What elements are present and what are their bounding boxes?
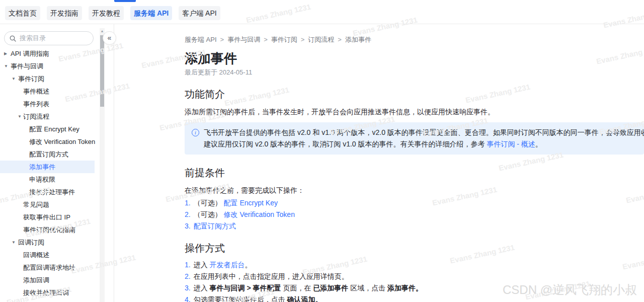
breadcrumb-separator: >: [338, 36, 342, 43]
link-event-subscription-overview[interactable]: 事件订阅 - 概述: [487, 140, 535, 148]
sidebar-item-label: 订阅流程: [23, 113, 49, 120]
sidebar-item[interactable]: 常见问题: [0, 198, 95, 211]
sidebar-item[interactable]: 获取事件出口 IP: [0, 211, 95, 223]
sidebar-item-label: 配置 Encrypt Key: [29, 125, 79, 133]
scroll-up-icon[interactable]: ▲: [100, 29, 105, 33]
inline-link[interactable]: 修改 Verification Token: [224, 210, 295, 218]
breadcrumb-item[interactable]: 服务端 API: [185, 36, 217, 43]
sidebar-item[interactable]: ▼回调订阅: [0, 236, 95, 249]
sidebar-item[interactable]: 接收并处理事件: [0, 186, 95, 198]
top-tab[interactable]: 文档首页: [5, 6, 40, 20]
list-number: 3.: [185, 284, 191, 292]
list-item: 4.勾选需要订阅的事件后，点击 确认添加。: [185, 294, 644, 302]
top-tab[interactable]: 开发教程: [89, 6, 124, 20]
section-heading-steps: 操作方式: [185, 241, 644, 255]
sidebar-item-label: 事件列表: [23, 100, 49, 108]
prerequisites-lead: 在添加事件之前，需要完成以下操作：: [185, 185, 644, 196]
top-nav: 文档首页开发指南开发教程服务端 API客户端 API: [0, 0, 644, 24]
updated-date: 最后更新于 2024-05-11: [185, 68, 644, 77]
section-heading-intro: 功能简介: [185, 87, 644, 101]
search-placeholder: 搜索目录: [20, 34, 46, 43]
text: 。: [245, 261, 252, 269]
sidebar-item[interactable]: ▼事件订阅: [0, 72, 95, 85]
scrollbar-thumb[interactable]: [100, 35, 104, 107]
top-tab-active[interactable]: 服务端 API: [130, 6, 172, 20]
text: 勾选需要订阅的事件后，点击: [194, 295, 287, 302]
search-input[interactable]: 搜索目录: [4, 31, 94, 45]
sidebar-item[interactable]: 修改 Verification Token: [0, 135, 95, 148]
sidebar-item-label: 添加事件: [29, 163, 55, 171]
sidebar-item-label: 事件与回调: [11, 62, 43, 70]
callout-line-2-suffix: 。: [535, 140, 542, 148]
breadcrumb-separator: >: [264, 36, 268, 43]
tree-arrow-down-icon[interactable]: ▼: [18, 110, 22, 123]
text: 区域，点击: [348, 284, 387, 292]
inline-link[interactable]: 配置订阅方式: [194, 222, 236, 230]
breadcrumb-item[interactable]: 事件订阅: [271, 36, 297, 43]
top-tab[interactable]: 开发指南: [47, 6, 82, 20]
tree-arrow-right-icon[interactable]: ▶: [4, 47, 7, 60]
main-content: 服务端 API>事件与回调>事件订阅>订阅流程>添加事件 添加事件 最后更新于 …: [185, 24, 644, 302]
steps-list: 1.进入 开发者后台。2.在应用列表中，点击指定应用，进入应用详情页。3.进入 …: [185, 259, 644, 302]
sidebar-item[interactable]: 配置订阅方式: [0, 148, 95, 161]
sidebar-item-label: 配置回调请求地址: [23, 264, 75, 271]
sidebar-item[interactable]: 事件列表: [0, 98, 95, 110]
sidebar-item-label: 添加回调: [23, 276, 49, 284]
page: 文档首页开发指南开发教程服务端 API客户端 API 搜索目录 ▶API 调用指…: [0, 0, 644, 302]
sidebar-item-label: 接收并处理回调: [23, 289, 69, 296]
tree-arrow-down-icon[interactable]: ▼: [12, 236, 16, 249]
sidebar-item-label: 配置订阅方式: [29, 150, 68, 158]
sidebar-item[interactable]: 接收并处理回调: [0, 286, 95, 299]
collapse-chevrons-icon: «: [108, 34, 112, 42]
list-item: 2.在应用列表中，点击指定应用，进入应用详情页。: [185, 271, 644, 282]
info-icon: i: [192, 129, 199, 136]
list-item: 3.进入 事件与回调 > 事件配置 页面，在 已添加事件 区域，点击 添加事件。: [185, 282, 644, 294]
list-item: 1.（可选） 配置 Encrypt Key: [185, 197, 644, 209]
sidebar-item-label: 获取事件出口 IP: [23, 213, 70, 221]
section-heading-prerequisites: 前提条件: [185, 166, 644, 180]
list-number: 2.: [185, 272, 191, 280]
list-item: 3.配置订阅方式: [185, 220, 644, 232]
text: 在应用列表中，点击指定应用，进入应用详情页。: [194, 272, 349, 280]
sidebar-item[interactable]: 事件订阅优化指南: [0, 223, 95, 236]
sidebar-item-label: 事件订阅: [18, 75, 44, 83]
list-number: 3.: [185, 222, 191, 230]
sidebar-item[interactable]: 配置回调请求地址: [0, 261, 95, 274]
list-number: 2.: [185, 210, 191, 218]
sidebar-item[interactable]: 申请权限: [0, 173, 95, 186]
sidebar-item[interactable]: 回调概述: [0, 249, 95, 261]
sidebar-item-label: 事件订阅优化指南: [23, 226, 75, 234]
text: 进入: [194, 261, 210, 269]
callout-text: 飞书开放平台提供的事件包括 v2.0 和 v1.0 两个版本，v2.0 版本的事…: [204, 127, 644, 150]
sidebar-item[interactable]: 事件概述: [0, 85, 95, 98]
list-item: 1.进入 开发者后台。: [185, 259, 644, 271]
breadcrumb-separator: >: [301, 36, 305, 43]
top-tab[interactable]: 客户端 API: [179, 6, 220, 20]
sidebar-item[interactable]: 配置 Encrypt Key: [0, 123, 95, 135]
breadcrumb-item[interactable]: 事件与回调: [227, 36, 260, 43]
text: （可选）: [194, 210, 224, 218]
callout-line-1: 飞书开放平台提供的事件包括 v2.0 和 v1.0 两个版本，v2.0 版本的事…: [204, 127, 644, 138]
intro-paragraph: 添加所需订阅的事件后，当事件发生时，开放平台会向应用推送事件信息，以便应用快速响…: [185, 106, 644, 117]
breadcrumb-item[interactable]: 订阅流程: [308, 36, 334, 43]
page-title: 添加事件: [185, 50, 644, 66]
sidebar-scrollbar[interactable]: ▲: [100, 28, 105, 302]
text: （可选）: [194, 199, 224, 207]
bold-text: 添加事件。: [387, 284, 423, 292]
sidebar-item-label: 修改 Verification Token: [29, 138, 95, 145]
breadcrumb-separator: >: [220, 36, 224, 43]
bold-text: 事件与回调 > 事件配置: [210, 284, 281, 292]
sidebar-item-selected[interactable]: 添加事件: [0, 161, 95, 173]
collapse-sidebar-button[interactable]: «: [103, 31, 116, 45]
sidebar-item[interactable]: ▼订阅流程: [0, 110, 95, 123]
sidebar: 搜索目录 ▶API 调用指南▼事件与回调▼事件订阅事件概述事件列表▼订阅流程配置…: [0, 24, 105, 302]
sidebar-item[interactable]: 添加回调: [0, 274, 95, 286]
tree-arrow-down-icon[interactable]: ▼: [4, 60, 8, 72]
list-item: 2.（可选） 修改 Verification Token: [185, 209, 644, 220]
inline-link[interactable]: 开发者后台: [210, 261, 245, 269]
inline-link[interactable]: 配置 Encrypt Key: [224, 199, 278, 207]
sidebar-item[interactable]: ▶API 调用指南: [0, 47, 95, 60]
tree-arrow-down-icon[interactable]: ▼: [12, 72, 16, 85]
sidebar-item[interactable]: ▼事件与回调: [0, 60, 95, 72]
callout-line-2: 建议应用仅订阅 v2.0 版本的事件，取消订阅 v1.0 版本的事件。有关事件的…: [204, 138, 644, 150]
